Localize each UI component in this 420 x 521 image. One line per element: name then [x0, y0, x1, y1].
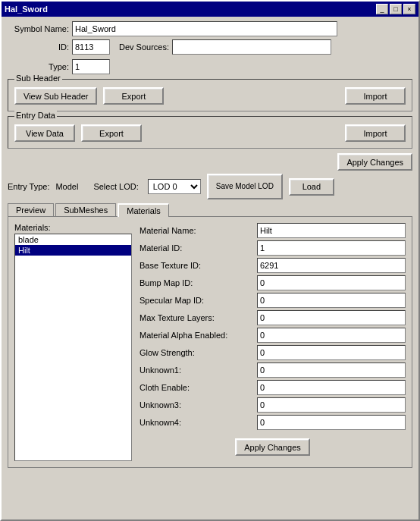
dev-sources-input[interactable] [172, 39, 331, 55]
field-unknown3: Unknown3: [139, 397, 406, 413]
field-input-glow-strength[interactable] [257, 345, 406, 360]
field-material-alpha-enabled: Material Alpha Enabled: [139, 328, 406, 343]
field-input-cloth-enable[interactable] [257, 380, 406, 395]
id-input[interactable] [72, 39, 110, 55]
tabs-container: Preview SubMeshes Materials Materials: b… [8, 202, 412, 468]
list-item-hilt[interactable]: Hilt [15, 245, 131, 256]
sub-header-group: Sub Header View Sub Header Export Import [8, 79, 412, 111]
title-bar: Hal_Sword _ □ × [2, 2, 418, 17]
field-label-unknown3: Unknown3: [139, 400, 257, 410]
field-label-cloth-enable: Cloth Enable: [139, 383, 257, 392]
sub-header-label: Sub Header [14, 74, 62, 83]
field-input-specular-map-id[interactable] [257, 293, 406, 308]
close-button[interactable]: × [403, 4, 415, 14]
entry-data-import-button[interactable]: Import [345, 124, 406, 142]
materials-list-label: Materials: [14, 223, 132, 232]
select-lod-label: Select LOD: [93, 182, 138, 191]
entry-type-label: Entry Type: [8, 182, 49, 191]
field-unknown4: Unknown4: [139, 415, 406, 430]
save-model-lod-button[interactable]: Save Model LOD [207, 174, 283, 199]
field-glow-strength: Glow Strength: [139, 345, 406, 360]
materials-list-box: Materials: blade Hilt [14, 223, 132, 461]
field-input-material-name[interactable] [257, 223, 406, 238]
apply-changes-top-row: Apply Changes [8, 153, 412, 171]
material-fields: Material Name: Material ID: Base Texture… [139, 223, 406, 461]
field-input-material-id[interactable] [257, 240, 406, 256]
main-window: Hal_Sword _ □ × Symbol Name: ID: Dev Sou… [0, 0, 420, 521]
materials-listbox[interactable]: blade Hilt [14, 234, 132, 461]
field-unknown1: Unknown1: [139, 363, 406, 378]
tab-materials[interactable]: Materials [118, 203, 169, 217]
main-content: Symbol Name: ID: Dev Sources: Type: Sub … [2, 17, 418, 519]
title-bar-controls: _ □ × [376, 4, 415, 14]
lod-select[interactable]: LOD 0 [148, 179, 201, 194]
field-base-texture-id: Base Texture ID: [139, 258, 406, 273]
field-label-material-id: Material ID: [139, 243, 257, 253]
apply-changes-top-button[interactable]: Apply Changes [337, 153, 412, 171]
entry-data-label: Entry Data [14, 111, 57, 120]
entry-type-value: Model [55, 182, 78, 191]
field-label-unknown4: Unknown4: [139, 418, 257, 427]
field-input-unknown4[interactable] [257, 415, 406, 430]
minimize-button[interactable]: _ [376, 4, 388, 14]
field-label-base-texture-id: Base Texture ID: [139, 261, 257, 270]
tab-content-materials: Materials: blade Hilt Material Name: [8, 216, 412, 468]
field-input-material-alpha-enabled[interactable] [257, 328, 406, 343]
symbol-name-input[interactable] [72, 21, 337, 36]
symbol-name-label: Symbol Name: [8, 24, 72, 33]
field-label-bump-map-id: Bump Map ID: [139, 278, 257, 287]
field-cloth-enable: Cloth Enable: [139, 380, 406, 395]
entry-data-buttons: View Data Export Import [14, 124, 406, 142]
materials-panel: Materials: blade Hilt Material Name: [14, 223, 406, 461]
tab-bar: Preview SubMeshes Materials [8, 202, 412, 216]
view-sub-header-button[interactable]: View Sub Header [14, 87, 97, 105]
entry-data-export-button[interactable]: Export [81, 124, 142, 142]
id-label: ID: [8, 42, 72, 52]
sub-header-import-button[interactable]: Import [345, 87, 406, 105]
field-specular-map-id: Specular Map ID: [139, 293, 406, 308]
field-max-texture-layers: Max Texture Layers: [139, 310, 406, 325]
field-label-unknown1: Unknown1: [139, 366, 257, 375]
sub-header-export-button[interactable]: Export [103, 87, 164, 105]
field-material-name: Material Name: [139, 223, 406, 238]
list-item-blade[interactable]: blade [15, 234, 131, 245]
field-label-material-name: Material Name: [139, 226, 257, 235]
apply-changes-bottom-row: Apply Changes [139, 438, 406, 456]
id-row: ID: Dev Sources: [8, 39, 412, 55]
field-label-material-alpha-enabled: Material Alpha Enabled: [139, 331, 257, 340]
tab-submeshes[interactable]: SubMeshes [55, 203, 116, 217]
field-label-glow-strength: Glow Strength: [139, 348, 257, 357]
field-label-max-texture-layers: Max Texture Layers: [139, 313, 257, 322]
field-input-max-texture-layers[interactable] [257, 310, 406, 325]
symbol-name-row: Symbol Name: [8, 21, 412, 36]
type-label: Type: [8, 62, 72, 71]
type-row: Type: [8, 59, 412, 74]
load-button[interactable]: Load [289, 178, 334, 196]
field-input-base-texture-id[interactable] [257, 258, 406, 273]
field-input-unknown1[interactable] [257, 363, 406, 378]
field-material-id: Material ID: [139, 240, 406, 256]
tab-preview[interactable]: Preview [8, 203, 54, 217]
entry-data-group: Entry Data View Data Export Import [8, 116, 412, 149]
sub-header-buttons: View Sub Header Export Import [14, 87, 406, 105]
maximize-button[interactable]: □ [390, 4, 402, 14]
field-label-specular-map-id: Specular Map ID: [139, 296, 257, 305]
field-input-bump-map-id[interactable] [257, 275, 406, 290]
window-title: Hal_Sword [5, 5, 48, 14]
entry-type-row: Entry Type: Model Select LOD: LOD 0 Save… [8, 174, 412, 199]
field-bump-map-id: Bump Map ID: [139, 275, 406, 290]
type-input[interactable] [72, 59, 110, 74]
view-data-button[interactable]: View Data [14, 124, 75, 142]
field-input-unknown3[interactable] [257, 397, 406, 413]
dev-sources-label: Dev Sources: [119, 42, 169, 52]
apply-changes-bottom-button[interactable]: Apply Changes [235, 438, 310, 456]
